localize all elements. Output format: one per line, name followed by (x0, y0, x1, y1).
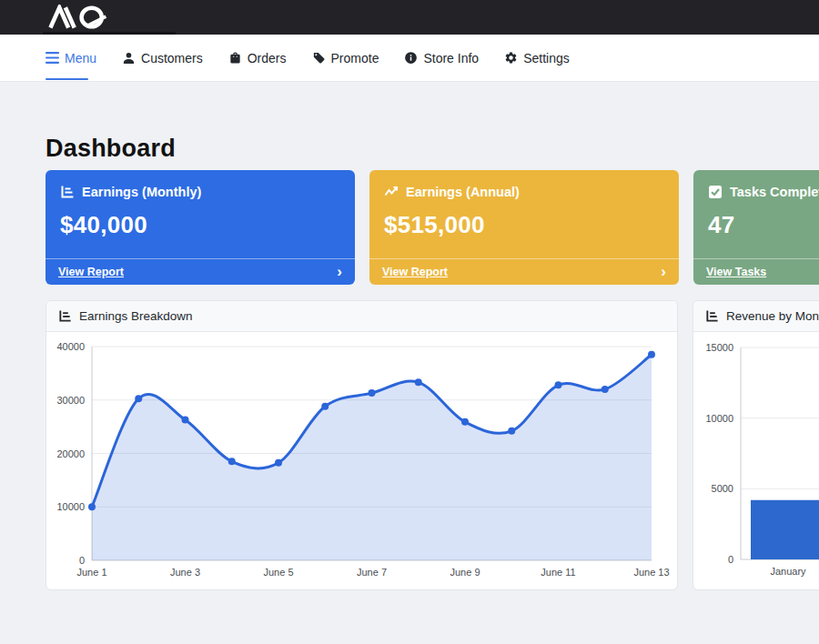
stat-card-tasks-completed: Tasks Completed 47 View Tasks › (693, 170, 819, 285)
svg-text:June 7: June 7 (357, 567, 387, 578)
chart-card-header: Revenue by Month (693, 301, 819, 332)
stat-card-header: Tasks Completed (693, 170, 819, 199)
revenue-by-month-chart: 050001000015000January (693, 332, 819, 589)
stat-card-earnings-monthly: Earnings (Monthly) $40,000 View Report › (46, 170, 355, 285)
nav-item-store-info[interactable]: Store Info (404, 51, 479, 65)
topbar (0, 0, 819, 35)
hamburger-icon (46, 52, 59, 64)
svg-text:June 5: June 5 (263, 567, 293, 578)
nav-item-menu[interactable]: Menu (46, 51, 96, 65)
nav-item-label: Menu (65, 51, 96, 65)
revenue-chart-body: 050001000015000January (693, 332, 819, 589)
svg-text:0: 0 (79, 555, 85, 566)
info-circle-icon (404, 51, 418, 65)
nav-item-label: Orders (248, 51, 287, 65)
chart-card-header: Earnings Breakdown (46, 301, 677, 332)
stat-card-footer: View Tasks › (693, 258, 819, 285)
svg-text:10000: 10000 (705, 413, 733, 424)
chart-title: Earnings Breakdown (79, 309, 193, 323)
svg-text:June 3: June 3 (170, 567, 200, 578)
stat-card-title: Earnings (Annual) (406, 185, 520, 199)
bar-chart-icon (60, 185, 75, 199)
nav-item-label: Promote (331, 51, 379, 65)
svg-text:20000: 20000 (56, 448, 85, 459)
earnings-breakdown-card: Earnings Breakdown 010000200003000040000… (46, 300, 678, 590)
chevron-right-icon: › (661, 264, 666, 279)
svg-text:5000: 5000 (712, 483, 733, 494)
svg-text:June 9: June 9 (450, 567, 480, 578)
chevron-right-icon: › (337, 264, 342, 279)
nav-item-settings[interactable]: Settings (504, 51, 570, 65)
nav-item-label: Store Info (423, 51, 479, 65)
earnings-chart-body: 010000200003000040000June 1June 3June 5J… (46, 332, 677, 589)
brand-logo[interactable] (42, 5, 122, 30)
main-nav: Menu Customers Orders Promote Store Info… (0, 35, 819, 82)
active-tab-indicator (46, 78, 88, 80)
page-title: Dashboard (46, 135, 819, 163)
svg-text:40000: 40000 (56, 341, 85, 352)
chart-title: Revenue by Month (726, 309, 819, 323)
nav-item-customers[interactable]: Customers (122, 51, 203, 65)
stat-card-header: Earnings (Monthly) (46, 170, 355, 199)
check-square-icon (708, 185, 723, 199)
revenue-by-month-card: Revenue by Month 050001000015000January (693, 300, 819, 590)
svg-text:June 11: June 11 (541, 567, 575, 578)
gear-icon (504, 51, 518, 65)
nav-item-label: Customers (141, 51, 203, 65)
main-content: Dashboard Earnings (Monthly) $40,000 Vie… (0, 135, 819, 590)
nav-item-orders[interactable]: Orders (228, 51, 287, 65)
svg-text:June 13: June 13 (633, 567, 669, 578)
line-chart-icon (384, 185, 399, 199)
svg-text:10000: 10000 (56, 501, 85, 512)
svg-text:0: 0 (728, 554, 733, 565)
stat-card-footer: View Report › (369, 258, 679, 285)
nav-item-promote[interactable]: Promote (312, 51, 379, 65)
stat-card-title: Earnings (Monthly) (82, 185, 201, 199)
nav-item-label: Settings (523, 51, 570, 65)
tag-icon (312, 51, 326, 65)
view-report-link[interactable]: View Report (58, 266, 124, 278)
stat-card-value: $40,000 (46, 199, 355, 239)
stat-card-header: Earnings (Annual) (369, 170, 679, 199)
stat-card-value: 47 (693, 199, 819, 239)
svg-text:30000: 30000 (56, 395, 85, 406)
chart-bars-icon (705, 309, 719, 323)
charts-row: Earnings Breakdown 010000200003000040000… (46, 300, 819, 590)
svg-text:June 1: June 1 (76, 567, 106, 578)
stat-card-title: Tasks Completed (730, 185, 819, 199)
person-icon (122, 51, 136, 65)
earnings-breakdown-chart: 010000200003000040000June 1June 3June 5J… (46, 332, 677, 589)
view-tasks-link[interactable]: View Tasks (706, 266, 766, 278)
stat-card-footer: View Report › (46, 258, 355, 285)
stat-cards-row: Earnings (Monthly) $40,000 View Report ›… (46, 170, 819, 285)
stat-card-earnings-annual: Earnings (Annual) $515,000 View Report › (369, 170, 679, 285)
svg-text:15000: 15000 (705, 342, 733, 353)
svg-text:January: January (770, 566, 806, 577)
bag-icon (228, 51, 242, 65)
view-report-link[interactable]: View Report (382, 266, 448, 278)
chart-bars-icon (58, 309, 72, 323)
stat-card-value: $515,000 (369, 199, 679, 239)
